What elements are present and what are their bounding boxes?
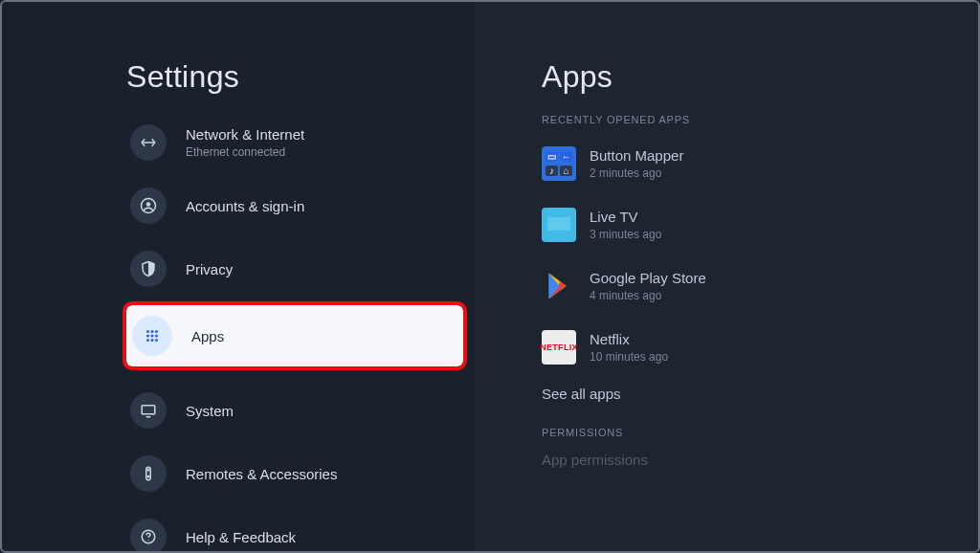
apps-panel: Apps RECENTLY OPENED APPS ▭←♪⌂ Button Ma… xyxy=(475,2,978,551)
remote-icon xyxy=(130,455,167,492)
settings-column: Settings Network & Internet Ethernet con… xyxy=(2,2,475,551)
svg-rect-11 xyxy=(142,406,155,414)
svg-point-9 xyxy=(151,339,154,342)
app-permissions-link[interactable]: App permissions xyxy=(542,452,978,468)
settings-item-network[interactable]: Network & Internet Ethernet connected xyxy=(126,116,463,169)
system-icon xyxy=(130,392,167,429)
app-name: Live TV xyxy=(590,209,661,225)
settings-item-system[interactable]: System xyxy=(126,384,463,437)
settings-screen: Settings Network & Internet Ethernet con… xyxy=(0,0,980,553)
play-store-icon xyxy=(542,269,576,303)
privacy-icon xyxy=(130,251,167,287)
svg-point-5 xyxy=(146,335,149,338)
recent-app-play-store[interactable]: Google Play Store 4 minutes ago xyxy=(542,261,978,311)
settings-item-help[interactable]: Help & Feedback xyxy=(126,510,463,551)
settings-item-remotes[interactable]: Remotes & Accessories xyxy=(126,447,463,500)
app-time: 4 minutes ago xyxy=(590,289,706,302)
app-time: 10 minutes ago xyxy=(590,350,668,364)
app-name: Google Play Store xyxy=(590,270,706,286)
item-label: Remotes & Accessories xyxy=(186,466,337,482)
item-label: Apps xyxy=(191,328,224,344)
recent-app-netflix[interactable]: NETFLIX Netflix 10 minutes ago xyxy=(542,322,978,372)
netflix-icon: NETFLIX xyxy=(542,330,576,365)
settings-item-privacy[interactable]: Privacy xyxy=(126,242,463,296)
settings-item-accounts[interactable]: Accounts & sign-in xyxy=(126,179,463,232)
item-label: Network & Internet xyxy=(186,126,304,143)
live-tv-icon xyxy=(542,208,576,242)
svg-point-10 xyxy=(155,339,158,342)
help-icon xyxy=(130,519,167,551)
svg-point-3 xyxy=(151,330,154,333)
network-icon xyxy=(130,124,167,161)
recent-app-live-tv[interactable]: Live TV 3 minutes ago xyxy=(542,200,978,250)
item-label: Help & Feedback xyxy=(186,529,296,545)
svg-point-6 xyxy=(151,335,154,338)
svg-point-13 xyxy=(147,470,149,472)
svg-point-2 xyxy=(146,330,149,333)
recent-app-button-mapper[interactable]: ▭←♪⌂ Button Mapper 2 minutes ago xyxy=(542,139,978,188)
button-mapper-icon: ▭←♪⌂ xyxy=(542,146,576,181)
app-time: 3 minutes ago xyxy=(590,228,661,241)
svg-point-7 xyxy=(155,335,158,338)
apps-grid-icon xyxy=(132,316,172,356)
svg-point-14 xyxy=(147,476,149,477)
item-sublabel: Ethernet connected xyxy=(186,145,304,159)
settings-title: Settings xyxy=(126,59,463,95)
svg-point-16 xyxy=(147,540,148,541)
see-all-apps-link[interactable]: See all apps xyxy=(542,386,978,402)
item-label: Privacy xyxy=(186,261,233,277)
app-time: 2 minutes ago xyxy=(590,166,683,180)
apps-title: Apps xyxy=(542,59,978,95)
svg-point-8 xyxy=(146,339,149,342)
item-label: System xyxy=(186,403,234,419)
app-name: Button Mapper xyxy=(590,147,683,164)
svg-point-1 xyxy=(146,202,151,207)
svg-point-4 xyxy=(155,330,158,333)
recent-apps-header: RECENTLY OPENED APPS xyxy=(542,114,978,125)
account-icon xyxy=(130,188,167,224)
app-name: Netflix xyxy=(590,331,668,347)
settings-item-apps[interactable]: Apps xyxy=(126,305,463,366)
permissions-header: PERMISSIONS xyxy=(542,427,978,438)
item-label: Accounts & sign-in xyxy=(186,198,304,214)
